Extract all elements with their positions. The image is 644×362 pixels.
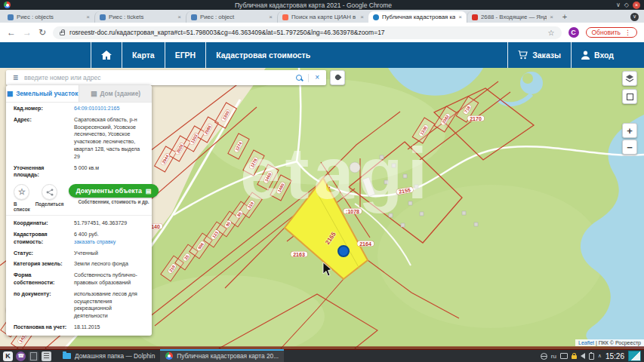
parcel-label[interactable]: 2170	[467, 116, 484, 121]
leaflet-link[interactable]: Leaflet	[578, 340, 594, 345]
attribution-text: | ПКК © Росреестр	[594, 340, 641, 345]
zoom-out-button[interactable]: −	[622, 140, 637, 155]
tab-close-icon[interactable]: ×	[458, 14, 462, 20]
taskbar-task[interactable]: Домашняя папка — Dolphin	[57, 349, 160, 362]
field-value[interactable]: 64:09:010101:2165	[74, 105, 144, 112]
tab-close-icon[interactable]: ×	[177, 14, 181, 20]
maximize-button[interactable]: ◇	[624, 0, 629, 10]
orders-button[interactable]: Заказы	[508, 42, 571, 68]
tab-search-button[interactable]: ∨	[630, 13, 639, 21]
field-value: 5 000 кв.м	[74, 164, 144, 179]
viber-icon[interactable]: ☎	[16, 351, 26, 361]
chrome-icon	[4, 2, 11, 8]
menu-dots-icon[interactable]: ⋮	[624, 29, 631, 36]
profile-avatar[interactable]: C	[569, 27, 579, 38]
fullscreen-icon	[627, 94, 633, 100]
tab-title: Поиск на карте ЦИАН в Са	[291, 14, 357, 20]
window-titlebar: Публичная кадастровая карта 2021 - Googl…	[0, 0, 644, 10]
tab-title: Риес : objects	[17, 14, 83, 20]
field-value: 51.797451, 46.363729	[74, 219, 144, 227]
browser-tab[interactable]: Риес : objects×	[3, 11, 94, 23]
field-link[interactable]: заказать справку	[74, 238, 144, 246]
fullscreen-button[interactable]	[622, 89, 637, 104]
display-icon[interactable]	[560, 353, 568, 359]
panel-field-row: Координаты:51.797451, 46.363729	[6, 217, 152, 229]
browser-tab[interactable]: Риес : tickets×	[94, 11, 186, 23]
chrome-update-button[interactable]: Обновить ⋮	[586, 27, 638, 38]
login-button[interactable]: Вход	[572, 42, 644, 68]
url-text[interactable]: rosreestr-doc.ru/кадастровая_карта#ct=51…	[69, 29, 543, 36]
tray-expand-icon[interactable]: ∧	[598, 353, 602, 359]
lock-tray-icon[interactable]	[572, 355, 577, 359]
search-bar[interactable]: ≡ ×	[6, 70, 326, 85]
bookmark-star-icon[interactable]: ☆	[548, 29, 555, 37]
tab-close-icon[interactable]: ×	[550, 14, 553, 20]
browser-tab[interactable]: 2688 - Входящие — Яндекс×	[467, 11, 558, 23]
tab-favicon	[100, 14, 106, 20]
keyboard-layout[interactable]: ru	[551, 353, 556, 360]
user-icon	[581, 51, 590, 60]
task-label: Публичная кадастровая карта 20...	[177, 352, 279, 360]
search-input[interactable]	[24, 74, 290, 81]
tab-close-icon[interactable]: ×	[86, 14, 90, 20]
tab-title: Публичная кадастровая ка	[382, 14, 455, 20]
network-icon[interactable]	[541, 353, 547, 360]
panel-field-row: Статус:Учтенный	[6, 247, 152, 259]
share-icon	[42, 184, 57, 200]
search-icon[interactable]	[296, 75, 302, 81]
minimize-button[interactable]: ∨	[616, 0, 621, 10]
panel-field-row: Адрес:Саратовская область, р-н Воскресен…	[6, 114, 152, 162]
add-to-list-button[interactable]: ☆ В список	[14, 184, 30, 212]
parcel-label[interactable]: 2164	[357, 241, 374, 247]
list-label: В список	[14, 201, 30, 212]
panel-field-row: Кад.номер:64:09:010101:2165	[6, 103, 152, 114]
notes-app-icon[interactable]	[42, 351, 51, 361]
parcel-label[interactable]: :1078	[344, 209, 362, 214]
nav-egrn[interactable]: ЕГРН	[165, 42, 206, 68]
layers-button[interactable]	[622, 71, 637, 86]
new-tab-button[interactable]: +	[558, 11, 572, 23]
tab-land-parcel[interactable]: ▦ Земельный участок	[6, 85, 79, 102]
browser-tab[interactable]: Публичная кадастровая ка×	[368, 11, 467, 23]
panel-fields: Координаты:51.797451, 46.363729Кадастров…	[6, 217, 152, 333]
panel-field-row: Форма собственности:Собственность публич…	[6, 269, 152, 288]
volume-icon[interactable]	[581, 353, 585, 359]
tab-close-icon[interactable]: ×	[269, 14, 273, 20]
close-button[interactable]: ×	[633, 2, 640, 9]
share-button[interactable]: Поделиться	[35, 184, 64, 207]
menu-icon[interactable]: ≡	[13, 73, 18, 82]
home-button[interactable]	[91, 42, 122, 68]
back-button[interactable]: ←	[7, 28, 16, 37]
map-pin-tool-button[interactable]	[330, 70, 345, 85]
app-launcher-button[interactable]: K	[3, 351, 13, 361]
panel-field-row: Уточненная площадь:5 000 кв.м	[6, 162, 152, 181]
nav-cadastral-value[interactable]: Кадастровая стоимость	[206, 42, 320, 68]
device-app-icon[interactable]	[29, 351, 39, 361]
map-area[interactable]: etagi 21702155:1078216421631401796222165…	[0, 68, 644, 348]
nav-map[interactable]: Карта	[122, 42, 165, 68]
docs-column: Документы объекта ▤ Собственник, стоимос…	[69, 184, 158, 204]
address-bar[interactable]: rosreestr-doc.ru/кадастровая_карта#ct=51…	[53, 26, 561, 39]
tab-favicon	[282, 14, 288, 20]
clipboard-icon[interactable]	[589, 353, 594, 360]
field-value: 6 400 руб.заказать справку	[74, 231, 144, 246]
parcel-info-panel: ▦ Земельный участок ▤ Дом (здание) Кад.н…	[6, 85, 152, 336]
tab-close-icon[interactable]: ×	[360, 14, 364, 20]
browser-tab[interactable]: Риес : object×	[186, 11, 277, 23]
parcel-label[interactable]: 2163	[291, 252, 307, 257]
forward-button[interactable]: →	[23, 28, 32, 37]
taskbar-task[interactable]: Публичная кадастровая карта 20...	[160, 349, 284, 362]
panel-actions: ☆ В список Поделиться Документы объекта …	[6, 180, 152, 216]
desktop-pager[interactable]	[628, 351, 641, 361]
tabs: Риес : objects×Риес : tickets×Риес : obj…	[3, 11, 558, 23]
reload-button[interactable]: ↻	[39, 28, 46, 37]
object-documents-button[interactable]: Документы объекта ▤	[69, 184, 158, 198]
docs-label: Документы объекта	[75, 187, 142, 195]
clear-search-icon[interactable]: ×	[315, 74, 319, 81]
pin-icon	[334, 73, 341, 81]
tab-house-building[interactable]: ▤ Дом (здание)	[79, 85, 152, 102]
zoom-in-button[interactable]: +	[622, 123, 637, 138]
clock: 15:26	[605, 352, 624, 360]
field-value: использование лесов для осуществления ре…	[74, 290, 144, 320]
browser-tab[interactable]: Поиск на карте ЦИАН в Са×	[277, 11, 368, 23]
